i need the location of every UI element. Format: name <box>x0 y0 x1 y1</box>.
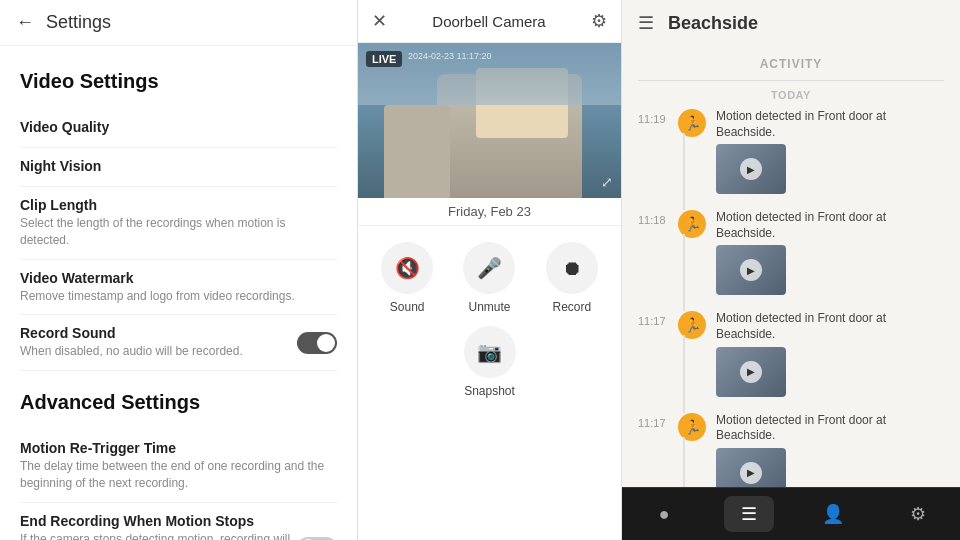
controls-row-1: 🔇 Sound 🎤 Unmute ⏺ Record <box>366 242 613 314</box>
camera-title: Doorbell Camera <box>432 13 545 30</box>
advanced-settings-section: Advanced Settings Motion Re-Trigger Time… <box>20 391 337 540</box>
close-button[interactable]: ✕ <box>372 10 387 32</box>
timeline-line <box>683 133 685 210</box>
camera-feed: LIVE 2024-02-23 11:17:20 ⤢ <box>358 43 621 198</box>
video-quality-item[interactable]: Video Quality <box>20 109 337 148</box>
record-button[interactable]: ⏺ Record <box>537 242 607 314</box>
motion-retrigger-item[interactable]: Motion Re-Trigger Time The delay time be… <box>20 430 337 503</box>
building-shape-2 <box>384 105 450 198</box>
record-label: Record <box>552 300 591 314</box>
end-recording-toggle[interactable] <box>297 537 337 540</box>
activity-time: 11:18 <box>638 214 668 226</box>
camera-timestamp: 2024-02-23 11:17:20 <box>408 51 492 61</box>
activity-title: ACTIVITY <box>760 57 823 71</box>
activity-date-label: TODAY <box>622 81 960 109</box>
motion-retrigger-desc: The delay time between the end of one re… <box>20 458 337 492</box>
settings-header: ← Settings <box>0 0 357 46</box>
nav-item-person[interactable]: 👤 <box>808 496 858 532</box>
record-sound-text: Record Sound When disabled, no audio wil… <box>20 325 243 360</box>
unmute-button[interactable]: 🎤 Unmute <box>454 242 524 314</box>
activity-header: ☰ Beachside <box>622 0 960 46</box>
camera-date: Friday, Feb 23 <box>358 198 621 226</box>
end-recording-label: End Recording When Motion Stops <box>20 513 337 529</box>
activity-thumbnail[interactable]: ▶ <box>716 144 786 194</box>
advanced-settings-title: Advanced Settings <box>20 391 337 414</box>
activity-feed: 11:19 🏃 Motion detected in Front door at… <box>622 109 960 487</box>
activity-panel: ☰ Beachside ACTIVITY TODAY 11:19 🏃 Motio… <box>622 0 960 540</box>
snapshot-button[interactable]: 📷 Snapshot <box>455 326 525 398</box>
play-button[interactable]: ▶ <box>740 361 762 383</box>
activity-item: 11:18 🏃 Motion detected in Front door at… <box>638 210 944 295</box>
record-sound-toggle[interactable] <box>297 332 337 354</box>
activity-item: 11:17 🏃 Motion detected in Front door at… <box>638 413 944 487</box>
activity-text: Motion detected in Front door at Beachsi… <box>716 210 944 241</box>
camera-gear-button[interactable]: ⚙ <box>591 10 607 32</box>
sound-icon: 🔇 <box>381 242 433 294</box>
snapshot-icon: 📷 <box>464 326 516 378</box>
controls-row-2: 📷 Snapshot <box>366 326 613 398</box>
end-recording-item: End Recording When Motion Stops If the c… <box>20 503 337 540</box>
sound-button[interactable]: 🔇 Sound <box>372 242 442 314</box>
person-icon: 👤 <box>822 503 844 525</box>
settings-panel: ← Settings Video Settings Video Quality … <box>0 0 358 540</box>
activity-content: Motion detected in Front door at Beachsi… <box>716 210 944 295</box>
record-sound-row: Record Sound When disabled, no audio wil… <box>20 325 337 360</box>
timeline-line <box>683 234 685 311</box>
activity-time: 11:17 <box>638 315 668 327</box>
bottom-nav: ● ☰ 👤 ⚙ <box>622 487 960 540</box>
video-watermark-label: Video Watermark <box>20 270 337 286</box>
timeline-line <box>683 335 685 412</box>
nav-item-gear[interactable]: ⚙ <box>893 496 943 532</box>
video-watermark-item[interactable]: Video Watermark Remove timestamp and log… <box>20 260 337 316</box>
activity-thumbnail[interactable]: ▶ <box>716 448 786 487</box>
record-sound-desc: When disabled, no audio will be recorded… <box>20 343 243 360</box>
list-icon: ☰ <box>741 503 757 525</box>
timeline-line <box>683 437 685 487</box>
video-quality-label: Video Quality <box>20 119 337 135</box>
activity-time: 11:17 <box>638 417 668 429</box>
activity-item: 11:19 🏃 Motion detected in Front door at… <box>638 109 944 194</box>
nav-item-dot[interactable]: ● <box>639 496 689 532</box>
menu-icon[interactable]: ☰ <box>638 12 654 34</box>
activity-content: Motion detected in Front door at Beachsi… <box>716 109 944 194</box>
settings-title: Settings <box>46 12 111 33</box>
clip-length-item[interactable]: Clip Length Select the length of the rec… <box>20 187 337 260</box>
play-button[interactable]: ▶ <box>740 259 762 281</box>
activity-text: Motion detected in Front door at Beachsi… <box>716 311 944 342</box>
live-badge: LIVE <box>366 51 402 67</box>
activity-content: Motion detected in Front door at Beachsi… <box>716 413 944 487</box>
back-button[interactable]: ← <box>16 12 34 33</box>
night-vision-label: Night Vision <box>20 158 337 174</box>
clip-length-desc: Select the length of the recordings when… <box>20 215 337 249</box>
motion-retrigger-label: Motion Re-Trigger Time <box>20 440 337 456</box>
activity-thumbnail[interactable]: ▶ <box>716 347 786 397</box>
activity-item: 11:17 🏃 Motion detected in Front door at… <box>638 311 944 396</box>
activity-thumbnail[interactable]: ▶ <box>716 245 786 295</box>
expand-button[interactable]: ⤢ <box>601 174 613 190</box>
activity-title-bar: ACTIVITY <box>622 46 960 80</box>
settings-body: Video Settings Video Quality Night Visio… <box>0 46 357 540</box>
video-watermark-desc: Remove timestamp and logo from video rec… <box>20 288 337 305</box>
camera-header: ✕ Doorbell Camera ⚙ <box>358 0 621 43</box>
video-settings-title: Video Settings <box>20 70 337 93</box>
record-sound-label: Record Sound <box>20 325 243 341</box>
record-icon: ⏺ <box>546 242 598 294</box>
play-button[interactable]: ▶ <box>740 462 762 484</box>
activity-brand: Beachside <box>668 13 758 34</box>
nav-item-list[interactable]: ☰ <box>724 496 774 532</box>
activity-content: Motion detected in Front door at Beachsi… <box>716 311 944 396</box>
end-recording-row: If the camera stops detecting motion, re… <box>20 531 337 540</box>
snapshot-label: Snapshot <box>464 384 515 398</box>
unmute-label: Unmute <box>468 300 510 314</box>
play-button[interactable]: ▶ <box>740 158 762 180</box>
unmute-icon: 🎤 <box>463 242 515 294</box>
sound-label: Sound <box>390 300 425 314</box>
activity-text: Motion detected in Front door at Beachsi… <box>716 413 944 444</box>
clip-length-label: Clip Length <box>20 197 337 213</box>
activity-time: 11:19 <box>638 113 668 125</box>
camera-panel: ✕ Doorbell Camera ⚙ LIVE 2024-02-23 11:1… <box>358 0 622 540</box>
night-vision-item[interactable]: Night Vision <box>20 148 337 187</box>
dot-icon: ● <box>659 504 670 525</box>
camera-controls: 🔇 Sound 🎤 Unmute ⏺ Record 📷 Snapshot <box>358 226 621 540</box>
activity-text: Motion detected in Front door at Beachsi… <box>716 109 944 140</box>
